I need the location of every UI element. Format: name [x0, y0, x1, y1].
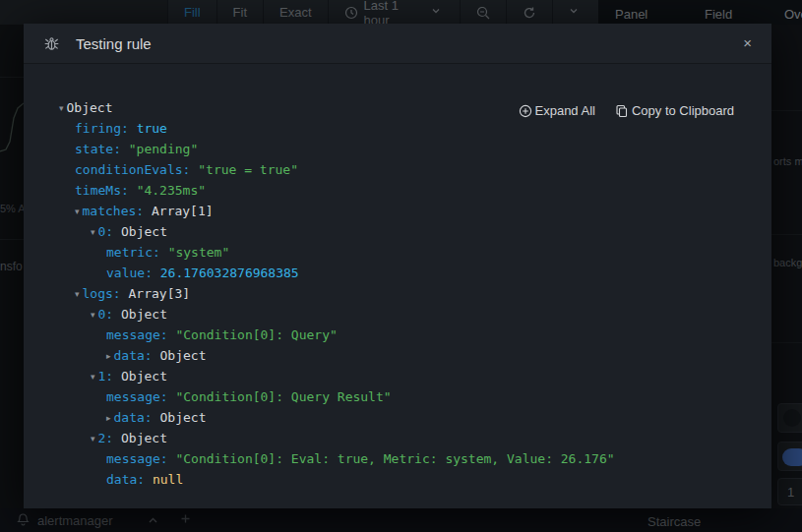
json-value: Object — [67, 100, 113, 115]
json-key: metric: — [106, 245, 160, 260]
json-key: message: — [106, 327, 168, 342]
json-tree-row[interactable]: ▾logs: Array[3] — [24, 283, 771, 304]
modal-body: Expand All Copy to Clipboard ▾Objectfiri… — [24, 64, 771, 508]
json-value: Object — [121, 369, 167, 384]
expand-toggle-icon[interactable]: ▸ — [106, 351, 111, 361]
close-icon[interactable]: × — [743, 33, 752, 53]
copy-to-clipboard-button[interactable]: Copy to Clipboard — [615, 103, 734, 118]
json-tree-row: firing: true — [24, 118, 771, 139]
json-key: timeMs: — [75, 183, 129, 198]
json-value: null — [153, 472, 183, 487]
collapse-toggle-icon[interactable]: ▾ — [59, 103, 64, 113]
json-key: matches: — [83, 204, 145, 218]
json-value: Object — [121, 224, 167, 239]
json-value: "4.235ms" — [137, 183, 206, 198]
json-key: logs: — [83, 286, 121, 301]
copy-to-clipboard-label: Copy to Clipboard — [632, 103, 734, 118]
json-key: 0: — [98, 307, 114, 322]
expand-toggle-icon[interactable]: ▸ — [106, 413, 111, 423]
json-value: Array[1] — [152, 204, 214, 218]
json-actions: Expand All Copy to Clipboard — [519, 103, 735, 118]
json-tree-row: state: "pending" — [24, 139, 771, 159]
json-value: Object — [160, 410, 207, 425]
json-value: Array[3] — [129, 286, 191, 301]
collapse-toggle-icon[interactable]: ▾ — [75, 289, 80, 299]
json-value: Object — [121, 307, 167, 322]
bug-icon — [43, 35, 60, 52]
json-key: data: — [114, 410, 153, 425]
json-key: message: — [106, 389, 168, 404]
screen: Fill Fit Exact Last 1 hour — [0, 0, 802, 532]
json-key: firing: — [75, 121, 129, 136]
collapse-toggle-icon[interactable]: ▾ — [91, 227, 95, 237]
json-key: 1: — [98, 369, 114, 384]
json-tree-row[interactable]: ▸data: Object — [24, 407, 771, 428]
json-key: data: — [106, 472, 145, 487]
json-tree-row[interactable]: ▾matches: Array[1] — [24, 201, 771, 221]
modal-title: Testing rule — [76, 35, 152, 52]
json-value: "pending" — [129, 142, 198, 156]
expand-all-button[interactable]: Expand All — [519, 103, 595, 118]
json-tree-row: timeMs: "4.235ms" — [24, 180, 771, 201]
json-tree-row: message: "Condition[0]: Eval: true, Metr… — [24, 448, 771, 469]
json-tree-row[interactable]: ▾0: Object — [24, 304, 771, 325]
json-key: data: — [114, 348, 153, 363]
json-tree-row: value: 26.176032876968385 — [24, 263, 771, 283]
json-value: "Condition[0]: Query Result" — [175, 389, 391, 404]
json-key: 2: — [98, 431, 114, 445]
json-tree-row: message: "Condition[0]: Query" — [24, 325, 771, 345]
json-key: conditionEvals: — [75, 162, 190, 177]
json-tree: ▾Objectfiring: truestate: "pending"condi… — [24, 97, 771, 490]
json-value: "system" — [168, 245, 230, 260]
json-tree-row: data: null — [24, 469, 771, 490]
collapse-toggle-icon[interactable]: ▾ — [75, 207, 80, 216]
json-key: 0: — [98, 224, 114, 239]
json-key: state: — [75, 142, 121, 156]
json-value: 26.176032876968385 — [160, 266, 299, 280]
json-tree-row[interactable]: ▾2: Object — [24, 428, 771, 448]
collapse-toggle-icon[interactable]: ▾ — [91, 310, 95, 320]
collapse-toggle-icon[interactable]: ▾ — [91, 372, 95, 382]
json-tree-row: metric: "system" — [24, 242, 771, 263]
json-tree-row[interactable]: ▾1: Object — [24, 366, 771, 386]
json-tree-row: conditionEvals: "true = true" — [24, 159, 771, 180]
expand-all-label: Expand All — [535, 103, 595, 118]
json-tree-row: message: "Condition[0]: Query Result" — [24, 386, 771, 407]
json-value: Object — [121, 431, 167, 445]
json-key: value: — [106, 266, 153, 280]
json-tree-row[interactable]: ▾0: Object — [24, 221, 771, 242]
testing-rule-modal: Testing rule × Expand All Copy to Clipbo… — [24, 24, 771, 508]
json-key: message: — [106, 451, 168, 466]
collapse-toggle-icon[interactable]: ▾ — [91, 434, 95, 443]
json-value: "Condition[0]: Eval: true, Metric: syste… — [175, 451, 614, 466]
json-value: Object — [160, 348, 207, 363]
modal-header: Testing rule × — [24, 24, 771, 64]
json-value: true — [137, 121, 167, 136]
json-tree-row[interactable]: ▸data: Object — [24, 345, 771, 366]
json-value: "true = true" — [198, 162, 298, 177]
json-value: "Condition[0]: Query" — [175, 327, 337, 342]
